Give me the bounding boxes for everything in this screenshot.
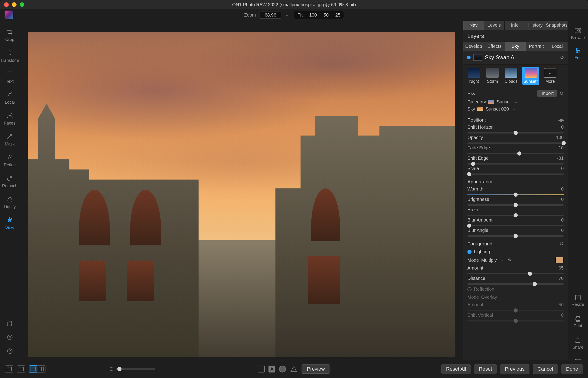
- mask-view-icon[interactable]: [258, 365, 265, 373]
- category-swatch-icon: [488, 100, 494, 104]
- lighting-color-swatch[interactable]: [555, 257, 564, 263]
- lighting-toggle[interactable]: Lighting:: [463, 248, 568, 256]
- filter-enabled-icon[interactable]: [467, 56, 471, 59]
- close-window-icon[interactable]: [4, 2, 9, 7]
- tool-view[interactable]: View: [5, 216, 14, 230]
- slider-fg-amount[interactable]: Amount65: [463, 265, 568, 275]
- slider-opacity[interactable]: Opacity100: [463, 134, 568, 144]
- slider-fade-edge[interactable]: Fade Edge10: [463, 144, 568, 155]
- preset-storm[interactable]: Storm: [486, 68, 499, 84]
- view-filmstrip-icon[interactable]: [17, 365, 25, 373]
- reset-button[interactable]: Reset: [474, 364, 497, 374]
- tab-sky[interactable]: Sky: [505, 42, 526, 51]
- view-icon: [6, 216, 13, 224]
- app-logo-icon[interactable]: [5, 11, 13, 19]
- clipping-icon[interactable]: [290, 365, 298, 373]
- help-icon[interactable]: [6, 347, 14, 355]
- tool-faces[interactable]: Faces: [4, 112, 15, 126]
- tool-retouch[interactable]: Retouch: [2, 175, 17, 189]
- slider-blur-amount[interactable]: Blur Amount0: [463, 216, 568, 227]
- tab-levels[interactable]: Levels: [484, 21, 505, 30]
- tab-nav[interactable]: Nav: [463, 21, 484, 30]
- slider-brightness[interactable]: Brightness0: [463, 196, 568, 206]
- slider-scale[interactable]: Scale0: [463, 165, 568, 175]
- rail-edit[interactable]: Edit: [574, 45, 582, 62]
- tool-local[interactable]: Local: [5, 91, 15, 105]
- flip-icon[interactable]: ◀▶: [558, 117, 564, 123]
- preset-sunset[interactable]: Sunset*: [522, 67, 539, 85]
- previous-button[interactable]: Previous: [500, 364, 529, 374]
- preset-clouds[interactable]: Clouds: [505, 68, 518, 84]
- tab-local[interactable]: Local: [547, 42, 568, 51]
- preset-night[interactable]: Night: [468, 68, 480, 84]
- tab-snapshots[interactable]: Snapshots: [546, 21, 568, 30]
- tab-effects[interactable]: Effects: [484, 42, 505, 51]
- canvas-area: [20, 21, 463, 360]
- slider-warmth[interactable]: Warmth0: [463, 185, 568, 196]
- done-button[interactable]: Done: [561, 364, 583, 374]
- mode-value: Multiply: [481, 257, 497, 263]
- view-single-icon[interactable]: [5, 365, 13, 373]
- tab-portrait[interactable]: Portrait: [526, 42, 547, 51]
- rail-resize[interactable]: Resize: [572, 292, 584, 309]
- tool-crop[interactable]: Crop: [5, 28, 14, 42]
- preset-more[interactable]: ⌄More: [544, 68, 556, 84]
- eyedropper-icon[interactable]: ✎: [508, 257, 512, 263]
- settings-icon[interactable]: [6, 333, 14, 341]
- add-layer-icon[interactable]: [6, 320, 14, 327]
- tool-crop-label: Crop: [5, 37, 14, 42]
- minimize-window-icon[interactable]: [12, 2, 16, 7]
- tab-develop[interactable]: Develop: [463, 42, 484, 51]
- tool-liquify[interactable]: Liquify: [4, 195, 16, 209]
- zoom-25-button[interactable]: 25: [332, 11, 344, 19]
- tab-history[interactable]: History: [525, 21, 546, 30]
- lighting-mode-dropdown[interactable]: Mode Multiply ⌄ ✎: [463, 256, 568, 265]
- zoom-input[interactable]: [260, 11, 281, 19]
- slider-blur-angle[interactable]: Blur Angle0: [463, 227, 568, 237]
- reset-filter-icon[interactable]: ↺: [560, 54, 564, 60]
- zoom-presets: Fit 100 50 25: [294, 11, 344, 19]
- reset-sky-icon[interactable]: ↺: [560, 91, 564, 96]
- reset-all-button[interactable]: Reset All: [441, 364, 471, 374]
- softproof-icon[interactable]: [279, 365, 286, 373]
- tool-text[interactable]: Text: [6, 70, 14, 84]
- tool-transform[interactable]: Transform: [0, 49, 19, 63]
- text-icon: [6, 70, 14, 78]
- tool-liquify-label: Liquify: [4, 204, 16, 209]
- tool-refine[interactable]: Refine: [4, 153, 16, 167]
- rail-browse[interactable]: Browse: [571, 25, 585, 42]
- tab-info[interactable]: Info: [505, 21, 525, 30]
- tool-mask[interactable]: Mask: [5, 133, 15, 147]
- reflection-toggle[interactable]: Reflection:: [463, 285, 568, 293]
- view-compare-right-icon[interactable]: [37, 365, 45, 373]
- slider-shift-edge[interactable]: Shift Edge-81: [463, 155, 568, 165]
- category-dropdown[interactable]: Category Sunset ⌄: [467, 98, 564, 106]
- svg-point-0: [8, 178, 10, 181]
- size-small-icon[interactable]: [110, 367, 113, 371]
- image-canvas[interactable]: [28, 32, 455, 357]
- rail-print[interactable]: Print: [574, 313, 582, 330]
- zoom-dropdown-icon[interactable]: ⌄: [284, 13, 290, 17]
- slider-shift-horizon[interactable]: Shift Horizon0: [463, 124, 568, 134]
- zoom-fit-button[interactable]: Fit: [294, 11, 306, 19]
- view-compare-left-icon[interactable]: [29, 365, 37, 373]
- rail-share[interactable]: Share: [572, 335, 583, 351]
- slider-haze[interactable]: Haze: [463, 206, 568, 216]
- maximize-window-icon[interactable]: [20, 2, 24, 7]
- refl-mode-value: Overlay: [481, 295, 497, 300]
- preview-button[interactable]: Preview: [301, 364, 330, 374]
- text-overlay-icon[interactable]: A: [269, 365, 275, 373]
- slider-fg-distance[interactable]: Distance70: [463, 275, 568, 285]
- thumb-size-slider[interactable]: [116, 368, 155, 370]
- tool-refine-label: Refine: [4, 163, 16, 167]
- zoom-100-button[interactable]: 100: [306, 11, 320, 19]
- sky-scroll[interactable]: Sky: Import ↺ Category Sunset ⌄ Sky Suns…: [463, 87, 568, 360]
- cancel-button[interactable]: Cancel: [533, 364, 558, 374]
- zoom-50-button[interactable]: 50: [320, 11, 332, 19]
- preset-night-label: Night: [469, 79, 479, 84]
- sky-dropdown[interactable]: Sky Sunset 020 ⌄: [467, 106, 564, 113]
- module-tabs: Develop Effects Sky Portrait Local: [463, 41, 568, 51]
- reset-foreground-icon[interactable]: ↺: [560, 241, 564, 247]
- svg-point-4: [7, 335, 12, 340]
- import-button[interactable]: Import: [537, 90, 557, 97]
